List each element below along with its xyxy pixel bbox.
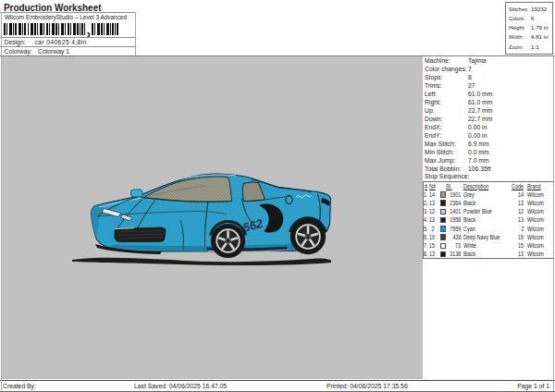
row-number: 1. [424, 191, 428, 199]
row-number: 2. [424, 200, 428, 207]
footer-created-by: Created By: [3, 383, 36, 390]
row-stitches: 2364 [450, 200, 461, 207]
machine-info-label: Color changes: [425, 66, 467, 73]
row-brand: Wilcom [527, 234, 544, 241]
row-stitches: 7959 [450, 226, 461, 233]
front-wheel [211, 221, 246, 258]
stop-sequence-row: 8. 13 3138 Black 13 Wilcom [424, 251, 553, 259]
row-code: 19 [518, 234, 524, 241]
machine-info-label: Stops: [425, 74, 442, 81]
machine-info-row: Down: 22.7 mm [425, 115, 555, 123]
row-needle: 12 [429, 208, 435, 215]
row-brand: Wilcom [527, 251, 544, 258]
page-left-border [1, 12, 2, 391]
thread-color-swatch [440, 251, 446, 257]
machine-info-label: Max Jump: [425, 157, 455, 165]
machine-info-row: Up: 22.7 mm [425, 106, 555, 115]
col-header-num: # [425, 183, 427, 190]
machine-info-value: 106.35ft [468, 165, 491, 173]
stop-sequence-table: # N# St. Description Code Brand 1. 14 19… [423, 181, 554, 259]
car-shadow [72, 258, 331, 265]
machine-info-label: Min Stitch: [425, 149, 454, 156]
summary-value: 1.79 in [531, 24, 549, 31]
row-number: 4. [424, 216, 428, 224]
row-number: 5. [424, 226, 428, 233]
thread-color-swatch [440, 200, 446, 205]
production-worksheet: Production Worksheet Wilcom EmbroiderySt… [0, 0, 555, 392]
app-subtitle: Wilcom EmbroideryStudio – Level 3 Advanc… [5, 14, 127, 21]
row-code: 2 [521, 226, 524, 233]
stop-sequence-row: 2. 13 2364 Black 13 Wilcom [424, 199, 553, 207]
summary-value: 4.81 in [531, 33, 549, 41]
col-header-needle: N# [429, 183, 436, 190]
summary-label: Colors: [509, 15, 525, 22]
row-needle: 13 [429, 251, 435, 258]
summary-value: 19232 [531, 6, 547, 13]
machine-info-value: 0.00 in [468, 132, 487, 140]
machine-info-row: Max Stitch: 6.9 mm [425, 140, 555, 148]
row-stitches: 1958 [450, 216, 461, 224]
row-code: 14 [518, 191, 524, 199]
footer-printed: Printed: 04/06/2025 17.35.56 [327, 383, 408, 390]
row-stitches: 1901 [450, 191, 461, 199]
summary-value: 6 [531, 15, 534, 22]
machine-info-row: Min Stitch: 0.0 mm [425, 148, 555, 156]
row-stitches: 1401 [450, 208, 461, 215]
summary-row: Width: 4.81 in [506, 32, 552, 42]
car-embroidery-design: 562 [69, 159, 342, 270]
stop-sequence-title: Stop Sequence: [425, 173, 469, 180]
machine-info-value: 0.00 in [468, 124, 487, 131]
summary-label: Height: [509, 24, 525, 31]
stop-sequence-row: 6. 19 436 Deep Navy Blue 19 Wilcom [424, 233, 553, 241]
machine-info-value: 7 [468, 66, 472, 73]
stop-sequence-row: 5. 2 7959 Cyan 2 Wilcom [424, 225, 553, 233]
row-stitches: 436 [452, 234, 461, 241]
row-brand: Wilcom [527, 242, 544, 250]
row-number: 6. [424, 234, 428, 241]
machine-info-label: Total Bobbin: [425, 165, 461, 173]
machine-info-value: 0.0 mm [468, 149, 489, 156]
front-grille [115, 227, 166, 242]
machine-info-row: EndX: 0.00 in [425, 123, 555, 131]
row-description: Powder Blue [463, 208, 492, 215]
row-needle: 14 [429, 191, 435, 199]
stop-sequence-row: 1. 14 1901 Grey 14 Wilcom [424, 190, 553, 199]
machine-info-row: EndY: 0.00 in [425, 131, 555, 140]
stop-sequence-rows: 1. 14 1901 Grey 14 Wilcom 2. 13 2364 Bla… [424, 190, 553, 259]
machine-info-label: Machine: [425, 57, 450, 65]
row-code: 12 [518, 208, 524, 215]
footer-last-saved: Last Saved: 04/06/2025 16.47.05 [134, 383, 227, 390]
row-number: 7. [424, 242, 428, 250]
machine-info-label: Max Stitch: [425, 141, 456, 148]
row-brand: Wilcom [527, 191, 544, 199]
divider [0, 37, 135, 38]
machine-info-value: 22.7 mm [468, 107, 492, 115]
machine-info-row: Color changes: 7 [425, 65, 555, 73]
col-header-code: Code [512, 183, 524, 190]
row-description: White [463, 242, 476, 250]
machine-info-label: EndX: [425, 124, 442, 131]
machine-info-label: Down: [425, 116, 442, 123]
barcode [4, 23, 119, 37]
footer-divider [0, 380, 555, 381]
row-code: 13 [518, 216, 524, 224]
machine-info-row: Machine: Tajima [425, 56, 555, 65]
row-number: 3. [424, 208, 428, 215]
page-right-border [553, 55, 554, 391]
stop-sequence-row: 3. 12 1401 Powder Blue 12 Wilcom [424, 207, 553, 215]
summary-row: Zoom: 1:1 [506, 43, 552, 52]
design-value: car 040625 4,8in [35, 39, 87, 46]
thread-color-swatch [440, 243, 446, 249]
divider [135, 12, 136, 55]
row-description: Black [463, 216, 475, 224]
machine-info-value: 7.0 mm [468, 157, 489, 165]
row-description: Grey [463, 191, 475, 199]
thread-color-swatch [440, 217, 446, 223]
row-description: Deep Navy Blue [463, 234, 500, 241]
colorway-value: Colorway 1 [38, 48, 69, 55]
thread-color-swatch [440, 234, 446, 239]
machine-info-row: Max Jump: 7.0 mm [425, 156, 555, 165]
thread-color-swatch [440, 191, 446, 197]
row-needle: 13 [429, 216, 435, 224]
machine-info-label: EndY: [425, 132, 441, 140]
